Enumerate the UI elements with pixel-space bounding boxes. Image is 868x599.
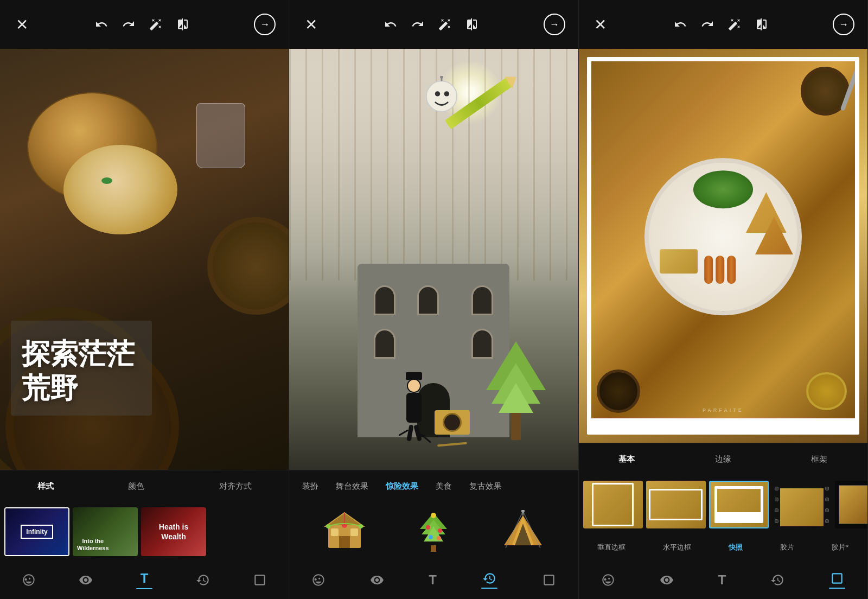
svg-rect-9 (350, 528, 358, 536)
redo-button-p2[interactable] (409, 16, 426, 33)
magic-button-p2[interactable] (436, 16, 454, 33)
dancer-head (407, 379, 421, 393)
record-disc (443, 413, 462, 432)
active-indicator-p3 (829, 588, 845, 589)
thumb-label-heath: Heath isWealth (159, 522, 188, 541)
topbar-panel1: ✕ → (0, 0, 289, 49)
label-snapshot[interactable]: 快照 (720, 538, 751, 557)
topbar-panel2: ✕ → (289, 0, 578, 49)
sticker-gingerbread-house[interactable] (320, 509, 369, 555)
menu-basic[interactable]: 基本 (610, 450, 643, 469)
frame-thumb-vertical[interactable] (583, 481, 643, 528)
blemish-tool-p1[interactable] (22, 573, 36, 587)
film-hole-2 (775, 498, 778, 501)
undo-button[interactable] (93, 16, 110, 33)
film2-photo (839, 485, 867, 524)
eye-tool-p2[interactable] (370, 573, 384, 587)
label-vertical[interactable]: 垂直边框 (589, 538, 634, 557)
food-background: 探索茫茫 荒野 (0, 49, 289, 470)
undo-button-p3[interactable] (672, 16, 689, 33)
menu-costume[interactable]: 装扮 (293, 477, 327, 496)
menu-stage[interactable]: 舞台效果 (327, 477, 377, 496)
photo-content: PARFAITE (591, 61, 855, 418)
film-hole-7 (825, 508, 829, 512)
frame-thumb-snapshot[interactable] (709, 481, 769, 528)
menu-food[interactable]: 美食 (427, 477, 461, 496)
menu-edge[interactable]: 边缘 (706, 450, 740, 469)
film-photo-area (780, 488, 824, 526)
frame-tool-p1[interactable] (253, 573, 267, 587)
next-button[interactable]: → (254, 14, 276, 35)
label-horizontal[interactable]: 水平边框 (654, 538, 700, 557)
history-tool-p2[interactable] (481, 571, 497, 589)
menu-bar-panel3: 基本 边缘 框架 (579, 443, 867, 475)
menu-color[interactable]: 颜色 (119, 477, 153, 496)
eye-tool-p1[interactable] (79, 573, 93, 587)
menu-thrill[interactable]: 惊险效果 (377, 477, 427, 496)
blemish-tool-p2[interactable] (311, 573, 326, 587)
sausage-3 (727, 256, 736, 284)
topbar2-center (382, 16, 481, 33)
history-tool-p3[interactable] (770, 573, 784, 587)
close-button-p2[interactable]: ✕ (302, 16, 320, 33)
vertical-frame-preview (592, 483, 634, 526)
panel-sticker-editor: ✕ → (289, 0, 578, 599)
label-film1[interactable]: 胶片 (771, 538, 803, 557)
frame-thumb-film1[interactable] (772, 481, 832, 528)
polaroid-frame: PARFAITE (587, 57, 859, 435)
sticker-tent[interactable] (499, 509, 547, 555)
history-tool-p1[interactable] (196, 573, 210, 587)
magic-button[interactable] (147, 16, 164, 33)
close-button-p3[interactable]: ✕ (592, 16, 609, 33)
next-button-p3[interactable]: → (833, 14, 854, 35)
film-hole-8 (825, 519, 829, 523)
film-hole-6 (825, 498, 829, 501)
frame-thumb-film2[interactable] (835, 481, 867, 528)
image-text-overlay[interactable]: 探索茫茫 荒野 (22, 337, 135, 405)
menu-align[interactable]: 对齐方式 (210, 477, 260, 496)
menu-bar-panel2: 装扮 舞台效果 惊险效果 美食 复古效果 (289, 470, 578, 502)
close-button[interactable]: ✕ (13, 16, 30, 33)
frame-tool-p2[interactable] (542, 573, 556, 587)
topbar3-right: → (833, 14, 854, 35)
dancer-body (406, 393, 422, 423)
label-film2[interactable]: 胶片* (823, 538, 857, 557)
eye-tool-p3[interactable] (660, 573, 674, 587)
image-area-panel3: PARFAITE (579, 49, 867, 443)
topbar-panel3: ✕ → (579, 0, 867, 49)
menu-frame[interactable]: 框架 (802, 450, 836, 469)
undo-button-p2[interactable] (382, 16, 399, 33)
compare-button[interactable] (174, 16, 192, 33)
magic-button-p3[interactable] (726, 16, 743, 33)
text-tool-p1[interactable]: T (136, 571, 152, 589)
topbar-right: → (254, 14, 276, 35)
svg-point-22 (437, 536, 441, 540)
frame-bg-horizontal (646, 481, 706, 528)
text-tool-p3[interactable]: T (718, 572, 726, 588)
svg-rect-8 (331, 528, 339, 536)
sticker-christmas-tree[interactable] (409, 509, 458, 555)
redo-button[interactable] (120, 16, 137, 33)
thumb-heath[interactable]: Heath isWealth (141, 507, 206, 556)
film-holes-right (825, 481, 829, 528)
frame-bg-vertical (583, 481, 643, 528)
salad-greens (693, 170, 753, 208)
blemish-tool-p3[interactable] (601, 573, 615, 587)
topbar-left: ✕ (13, 16, 30, 33)
frame-thumb-horizontal[interactable] (646, 481, 706, 528)
compare-button-p2[interactable] (463, 16, 481, 33)
next-button-p2[interactable]: → (544, 14, 565, 35)
text-tool-p2[interactable]: T (429, 572, 437, 588)
compare-button-p3[interactable] (753, 16, 770, 33)
topbar3-center (672, 16, 770, 33)
redo-button-p3[interactable] (699, 16, 716, 33)
plate-brand-text: PARFAITE (703, 407, 744, 413)
panel-frame-editor: ✕ → (579, 0, 868, 599)
dancer-leg1 (407, 425, 414, 442)
menu-retro[interactable]: 复古效果 (461, 477, 510, 496)
thumb-infinity[interactable]: Infinity (4, 507, 69, 556)
bottom-icons-panel3: T (579, 561, 867, 599)
menu-style[interactable]: 样式 (29, 477, 62, 496)
frame-tool-p3[interactable] (829, 571, 845, 589)
thumb-wilderness[interactable]: Into theWilderness (73, 507, 138, 556)
